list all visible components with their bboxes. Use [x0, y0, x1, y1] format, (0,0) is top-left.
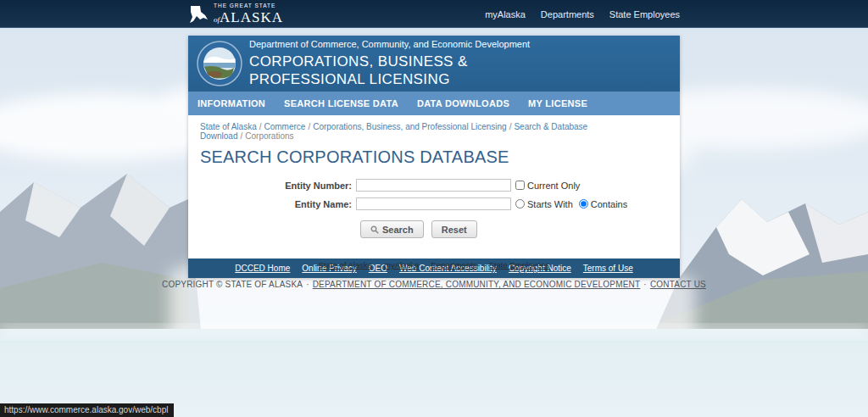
breadcrumb-separator: /	[305, 122, 313, 131]
current-only-checkbox[interactable]	[515, 181, 525, 190]
breadcrumb-separator: /	[257, 122, 264, 131]
entity-number-input[interactable]	[356, 179, 511, 192]
site-title-line2: PROFESSIONAL LICENSING	[249, 70, 530, 88]
alaska-state-seal-icon	[197, 41, 242, 86]
reset-button-label: Reset	[442, 225, 467, 235]
browser-status-url: https://www.commerce.alaska.gov/web/cbpl	[0, 403, 174, 417]
breadcrumb-cbpl[interactable]: Corporations, Business, and Professional…	[313, 122, 506, 131]
site-header: Department of Commerce, Community, and E…	[188, 36, 680, 92]
entity-name-row: Entity Name: Starts With Contains	[200, 197, 668, 210]
search-icon	[370, 225, 379, 234]
topbar-links: myAlaska Departments State Employees	[485, 9, 680, 19]
nav-search-license-data[interactable]: SEARCH LICENSE DATA	[275, 92, 408, 115]
breadcrumb-separator: /	[237, 131, 245, 141]
nav-data-downloads[interactable]: DATA DOWNLOADS	[408, 92, 519, 115]
page-body: State of Alaska/Commerce/Corporations, B…	[188, 115, 680, 259]
contains-radio[interactable]	[579, 199, 588, 208]
entity-name-label: Entity Name:	[200, 199, 356, 209]
topbar-link-state-employees[interactable]: State Employees	[609, 9, 680, 19]
search-button-label: Search	[382, 225, 414, 235]
global-header-bar: THE GREAT STATE ofALASKA myAlaska Depart…	[0, 0, 868, 28]
department-name: Department of Commerce, Community, and E…	[249, 39, 530, 51]
state-links-row: State of Alaska myAlaska Departments Sta…	[188, 260, 680, 270]
copyright-separator: ·	[303, 280, 313, 289]
entity-number-row: Entity Number: Current Only	[200, 179, 668, 192]
starts-with-label: Starts With	[527, 199, 573, 209]
topbar-link-myalaska[interactable]: myAlaska	[485, 9, 526, 19]
contains-label: Contains	[591, 199, 627, 209]
copyright-text: COPYRIGHT © STATE OF ALASKA	[162, 280, 303, 289]
subfooter-link-myalaska[interactable]: myAlaska	[384, 260, 419, 270]
reset-button[interactable]: Reset	[431, 220, 477, 238]
breadcrumb: State of Alaska/Commerce/Corporations, B…	[200, 122, 668, 141]
site-title-line1: CORPORATIONS, BUSINESS &	[249, 53, 530, 70]
main-nav: INFORMATION SEARCH LICENSE DATA DATA DOW…	[188, 92, 680, 115]
alaska-map-icon	[188, 4, 210, 25]
breadcrumb-state-of-alaska[interactable]: State of Alaska	[200, 122, 257, 131]
breadcrumb-commerce[interactable]: Commerce	[264, 122, 306, 131]
nav-my-license[interactable]: MY LICENSE	[519, 92, 597, 115]
alaska-state-logo[interactable]: THE GREAT STATE ofALASKA	[188, 3, 283, 25]
entity-name-input[interactable]	[356, 197, 511, 210]
contact-us-link[interactable]: CONTACT US	[650, 280, 706, 289]
nav-information[interactable]: INFORMATION	[188, 92, 275, 115]
logo-of: of	[214, 15, 220, 24]
topbar-link-departments[interactable]: Departments	[541, 9, 594, 19]
entity-number-label: Entity Number:	[200, 181, 356, 191]
page-title: SEARCH CORPORATIONS DATABASE	[200, 147, 668, 167]
search-button[interactable]: Search	[360, 220, 424, 238]
logo-name: ALASKA	[220, 9, 283, 25]
breadcrumb-current: Corporations	[245, 131, 293, 141]
starts-with-radio[interactable]	[515, 199, 525, 208]
copyright-dept-link[interactable]: DEPARTMENT OF COMMERCE, COMMUNITY, AND E…	[313, 280, 641, 289]
content-card: Department of Commerce, Community, and E…	[188, 36, 680, 278]
copyright-separator: ·	[640, 280, 650, 289]
subfooter-link-departments[interactable]: Departments	[431, 260, 476, 270]
form-buttons: Search Reset	[360, 220, 668, 238]
copyright-line: COPYRIGHT © STATE OF ALASKA·DEPARTMENT O…	[103, 280, 765, 289]
subfooter-link-state-employees[interactable]: State Employees	[489, 260, 550, 270]
current-only-label: Current Only	[527, 181, 580, 191]
subfooter-link-state-of-alaska[interactable]: State of Alaska	[319, 260, 372, 270]
